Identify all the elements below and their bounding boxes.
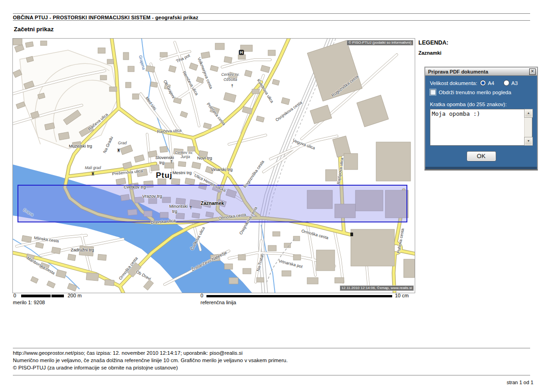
building — [282, 271, 291, 276]
building — [404, 259, 415, 278]
building — [98, 254, 107, 261]
building — [160, 146, 168, 152]
footer-rule-bottom — [13, 375, 530, 375]
map-timestamp: 12.11.2010 12:14:06, ©xmap, www.realis.s… — [340, 285, 414, 291]
building — [224, 264, 233, 269]
building — [86, 273, 98, 281]
building — [98, 48, 105, 53]
building — [150, 82, 158, 87]
note-textarea[interactable]: Moja opomba :) ▲ ▼ — [430, 109, 532, 146]
selection-label: Zaznamek — [201, 200, 224, 206]
building — [109, 87, 117, 91]
building — [273, 232, 280, 236]
dialog-title-bar[interactable]: Priprava PDF dokumenta ✕ — [425, 68, 537, 76]
city-label: Ptuj — [156, 171, 172, 180]
dialog-title: Priprava PDF dokumenta — [428, 69, 529, 74]
ok-button[interactable]: OK — [467, 151, 496, 161]
building — [284, 243, 291, 248]
fuel-station-icon — [350, 233, 353, 236]
print-preview-page: OBČINA PTUJ - PROSTORSKI INFORMACIJSKI S… — [0, 0, 543, 392]
building — [51, 247, 61, 254]
building — [344, 153, 358, 170]
church-icon: † — [189, 206, 192, 210]
scroll-up-icon[interactable]: ▲ — [525, 109, 532, 117]
castle-icon: ♜ — [91, 172, 95, 176]
building — [178, 161, 186, 166]
building — [100, 75, 107, 80]
note-label: Kratka opomba (do 255 znakov): — [430, 102, 532, 107]
building — [257, 278, 264, 282]
radio-a4-icon[interactable] — [480, 80, 486, 86]
pdf-dialog: Priprava PDF dokumenta ✕ Velikost dokume… — [424, 67, 538, 170]
hospital-icon: H — [239, 50, 244, 55]
note-text[interactable]: Moja opomba :) — [432, 110, 524, 144]
map-label: Cvetkov trg — [124, 184, 146, 189]
map-label: trg — [159, 160, 164, 165]
building — [351, 229, 394, 266]
building — [238, 55, 246, 59]
scalebar-left-zero: 0 — [13, 293, 16, 298]
building — [107, 59, 114, 64]
building — [268, 50, 275, 56]
header-rule-top — [13, 13, 530, 14]
legend-title: LEGENDA: — [418, 40, 448, 46]
map-canvas[interactable]: GrajenaTiha potVolkmerjeva cestaRemčeva … — [13, 39, 415, 293]
map-label: Ožbolta — [223, 77, 237, 82]
building — [215, 43, 224, 50]
map-label: Jurija — [181, 154, 190, 159]
map-label: Minoritski — [169, 204, 188, 209]
refline-bar — [206, 295, 392, 297]
radio-option-a4[interactable]: A4 — [480, 80, 494, 86]
building — [316, 250, 335, 271]
map-label: trg — [172, 209, 177, 214]
map-label: Novi trg — [197, 155, 212, 160]
map-label: Muzejski trg — [69, 143, 92, 148]
refline-zero: 0 — [200, 293, 203, 298]
building — [132, 94, 139, 99]
close-icon[interactable]: ✕ — [529, 68, 536, 75]
keep-scale-label: Obdrži trenutno merilo pogleda — [439, 90, 511, 95]
scale-caption: merilo 1: 9208 — [13, 300, 45, 305]
keep-scale-checkbox[interactable] — [430, 89, 436, 95]
footer-line1: http://www.geoprostor.net/piso; čas izpi… — [13, 350, 242, 356]
building — [151, 165, 160, 171]
building — [105, 279, 114, 286]
footer-rule-top — [13, 348, 530, 348]
building — [293, 236, 300, 241]
page-title: Začetni prikaz — [14, 26, 54, 33]
page-indicator: stran 1 od 1 — [507, 380, 533, 385]
map-label: Vinarski trg — [211, 167, 232, 172]
building — [376, 142, 411, 181]
building — [201, 52, 210, 59]
scroll-down-icon[interactable]: ▼ — [525, 137, 532, 145]
scalebar-left-bar — [21, 295, 64, 297]
refline-max: 10 cm — [395, 293, 409, 298]
building — [252, 89, 259, 94]
dialog-body: Velikost dokumenta: A4 A3 Obdrži trenutn… — [425, 76, 537, 169]
church-icon: † — [170, 160, 172, 164]
building — [335, 278, 344, 283]
document-size-label: Velikost dokumenta: — [430, 80, 477, 86]
refline-caption: referenčna linija — [200, 300, 236, 305]
radio-a4-label: A4 — [488, 80, 494, 86]
radio-option-a3[interactable]: A3 — [503, 80, 518, 86]
building — [128, 66, 134, 72]
building — [68, 254, 76, 261]
scalebar-left-max: 200 m — [68, 293, 82, 298]
building — [171, 178, 180, 184]
header-rule-bottom — [13, 20, 530, 21]
building — [160, 52, 167, 57]
building — [243, 268, 251, 274]
footer-line3: © PISO-PTUJ (za uradne informacije se ob… — [13, 365, 178, 370]
map-label: Cerkev sv. — [221, 72, 240, 77]
building — [40, 41, 47, 45]
building — [238, 255, 246, 260]
map-label: Mali grad — [85, 165, 101, 170]
building — [126, 82, 131, 88]
map-label: Mestni trg — [172, 170, 192, 175]
radio-a3-icon[interactable] — [503, 80, 509, 86]
building — [326, 170, 337, 181]
textarea-scrollbar[interactable]: ▲ ▼ — [524, 109, 532, 145]
building — [146, 66, 155, 73]
building — [229, 278, 238, 284]
